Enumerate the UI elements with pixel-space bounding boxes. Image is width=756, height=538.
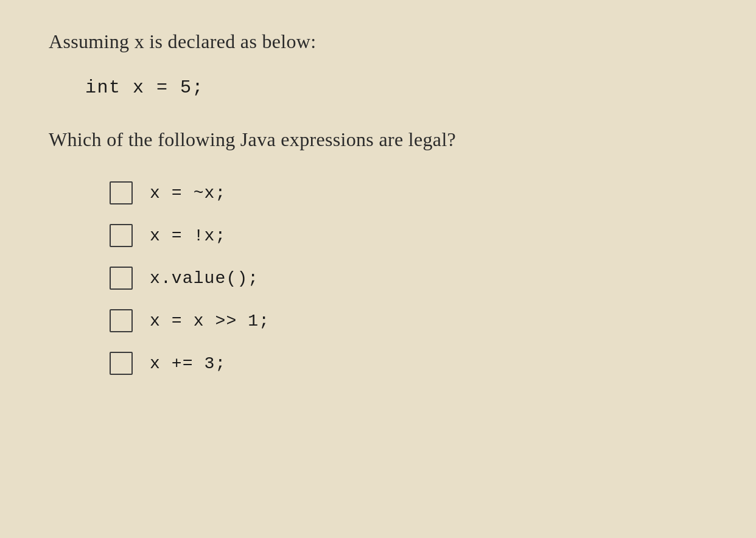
code-block: int x = 5; [85, 77, 707, 98]
option-row-1: x = ~x; [110, 181, 707, 204]
question-text: Which of the following Java expressions … [49, 128, 707, 151]
option-label-1: x = ~x; [150, 184, 226, 203]
checkbox-option2[interactable] [110, 224, 133, 247]
option-row-5: x += 3; [110, 352, 707, 375]
option-row-3: x.value(); [110, 267, 707, 290]
intro-text: Assuming x is declared as below: [49, 30, 707, 53]
checkbox-option3[interactable] [110, 267, 133, 290]
option-label-3: x.value(); [150, 269, 259, 288]
options-container: x = ~x; x = !x; x.value(); x = x >> 1; x… [110, 181, 707, 375]
checkbox-option1[interactable] [110, 181, 133, 204]
option-row-4: x = x >> 1; [110, 309, 707, 332]
option-row-2: x = !x; [110, 224, 707, 247]
checkbox-option4[interactable] [110, 309, 133, 332]
option-label-4: x = x >> 1; [150, 312, 270, 330]
option-label-5: x += 3; [150, 354, 226, 373]
page-container: Assuming x is declared as below: int x =… [0, 0, 756, 538]
option-label-2: x = !x; [150, 226, 226, 245]
checkbox-option5[interactable] [110, 352, 133, 375]
